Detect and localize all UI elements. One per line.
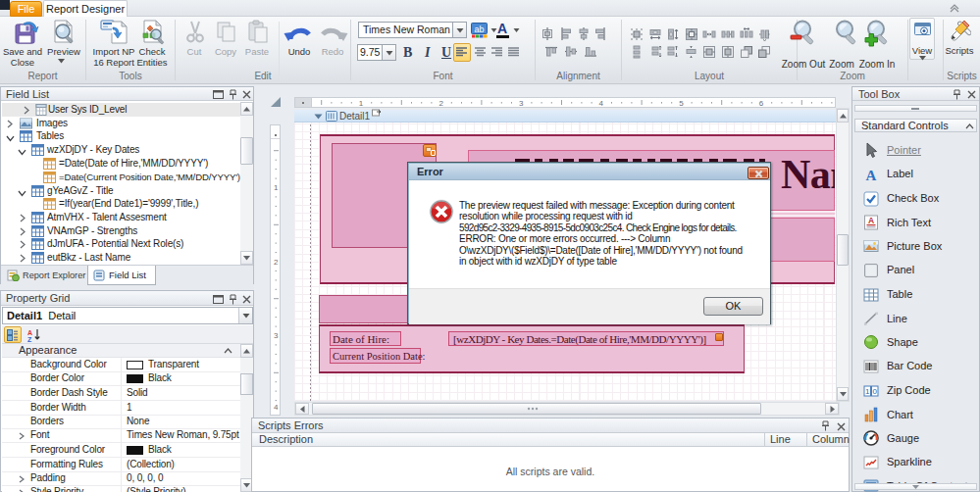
svg-text:Z: Z (27, 336, 32, 343)
svg-text:ab: ab (474, 25, 484, 34)
svg-text:1: 1 (865, 387, 870, 396)
svg-text:3: 3 (274, 331, 279, 340)
svg-text:4: 4 (599, 99, 604, 108)
svg-text:A: A (868, 216, 874, 225)
svg-text:3: 3 (519, 99, 524, 108)
svg-text:1: 1 (274, 183, 279, 192)
svg-text:6: 6 (759, 99, 764, 108)
svg-text:2: 2 (274, 258, 279, 267)
svg-text:5: 5 (679, 99, 684, 108)
svg-text:0: 0 (872, 387, 877, 396)
svg-text:A: A (866, 168, 877, 183)
svg-text:2: 2 (438, 99, 443, 108)
svg-text:A: A (27, 329, 32, 336)
svg-text:1: 1 (359, 99, 364, 108)
